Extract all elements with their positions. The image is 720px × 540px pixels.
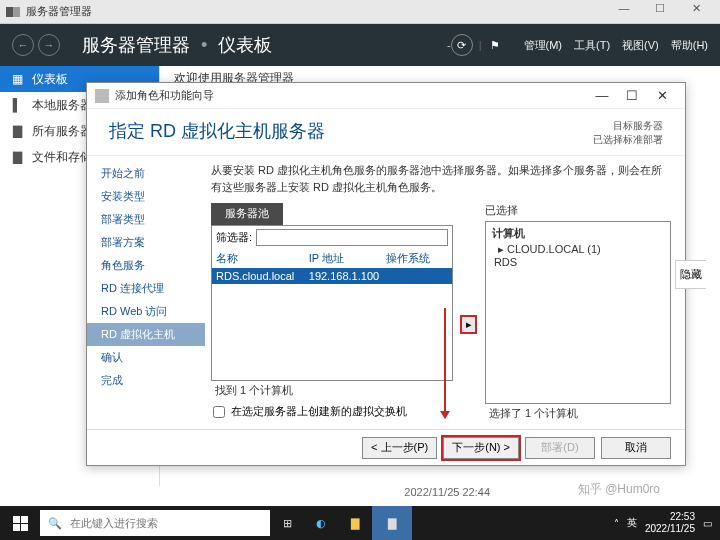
forward-button[interactable]: → [38, 34, 60, 56]
taskbar-search[interactable]: 🔍 在此键入进行搜索 [40, 510, 270, 536]
pool-tab[interactable]: 服务器池 [211, 203, 283, 225]
transfer-buttons: ▸ [459, 203, 479, 423]
annotation-arrow [444, 308, 446, 418]
maximize-button[interactable]: ☐ [642, 2, 678, 22]
wizard-minimize[interactable]: — [587, 88, 617, 103]
wizard-close[interactable]: ✕ [647, 88, 677, 103]
wizard-head: 指定 RD 虚拟化主机服务器 目标服务器 已选择标准部署 [87, 109, 685, 156]
cancel-button[interactable]: 取消 [601, 437, 671, 459]
app-titlebar: 服务器管理器 — ☐ ✕ [0, 0, 720, 24]
wizard-title-text: 添加角色和功能向导 [115, 88, 587, 103]
crumb-current[interactable]: 仪表板 [218, 35, 272, 55]
step-install-type[interactable]: 安装类型 [87, 185, 205, 208]
tray-up-icon[interactable]: ˄ [614, 518, 619, 529]
wizard-maximize[interactable]: ☐ [617, 88, 647, 103]
col-os[interactable]: 操作系统 [386, 251, 448, 266]
selected-label: 已选择 [485, 203, 671, 218]
tray: ˄ 英 22:53 2022/11/25 ▭ [614, 511, 720, 535]
flag-icon[interactable]: ⚑ [490, 36, 504, 54]
start-button[interactable] [0, 516, 40, 531]
pool-box: 筛选器: 名称 IP 地址 操作系统 RDS.cloud.local 192.1… [211, 225, 453, 381]
sidebar-label: 所有服务器 [32, 123, 92, 140]
wizard-steps: 开始之前 安装类型 部署类型 部署方案 角色服务 RD 连接代理 RD Web … [87, 156, 205, 429]
step-before[interactable]: 开始之前 [87, 162, 205, 185]
selected-count: 选择了 1 个计算机 [485, 404, 671, 423]
wizard-body: 开始之前 安装类型 部署类型 部署方案 角色服务 RD 连接代理 RD Web … [87, 156, 685, 429]
task-view-icon[interactable]: ⊞ [270, 506, 304, 540]
selected-item[interactable]: RDS [494, 256, 664, 268]
menu-manage[interactable]: 管理(M) [524, 38, 563, 53]
clock-time: 22:53 [645, 511, 695, 523]
app-icon [6, 7, 20, 17]
wizard-desc: 从要安装 RD 虚拟化主机角色服务的服务器池中选择服务器。如果选择多个服务器，则… [211, 162, 671, 195]
windows-icon [13, 516, 28, 531]
cell-os [386, 270, 448, 282]
clock[interactable]: 22:53 2022/11/25 [645, 511, 695, 535]
search-icon: 🔍 [48, 517, 62, 530]
wizard-titlebar: 添加角色和功能向导 — ☐ ✕ [87, 83, 685, 109]
wizard-dialog: 添加角色和功能向导 — ☐ ✕ 指定 RD 虚拟化主机服务器 目标服务器 已选择… [86, 82, 686, 466]
notifications-icon[interactable]: ▭ [703, 518, 712, 529]
sidebar-label: 本地服务器 [32, 97, 92, 114]
next-button[interactable]: 下一步(N) > [443, 437, 519, 459]
col-ip[interactable]: IP 地址 [309, 251, 386, 266]
step-deploy-plan[interactable]: 部署方案 [87, 231, 205, 254]
server-icon: ▌ [10, 98, 24, 112]
server-pool: 服务器池 筛选器: 名称 IP 地址 操作系统 RDS.cloud.local [211, 203, 453, 423]
pools-area: 服务器池 筛选器: 名称 IP 地址 操作系统 RDS.cloud.local [211, 203, 671, 423]
crumb-sep: • [201, 35, 207, 55]
step-role-svc[interactable]: 角色服务 [87, 254, 205, 277]
close-button[interactable]: ✕ [678, 2, 714, 22]
crumb-root[interactable]: 服务器管理器 [82, 35, 190, 55]
add-arrow-button[interactable]: ▸ [460, 315, 477, 334]
sidebar-label: 仪表板 [32, 71, 68, 88]
deploy-button: 部署(D) [525, 437, 595, 459]
wizard-heading: 指定 RD 虚拟化主机服务器 [109, 119, 593, 143]
selected-box: 计算机 ▸ CLOUD.LOCAL (1) RDS [485, 221, 671, 404]
menu-help[interactable]: 帮助(H) [671, 38, 708, 53]
edge-icon[interactable]: ◐ [304, 506, 338, 540]
vswitch-checkbox[interactable] [213, 406, 225, 418]
server-manager-icon[interactable]: ▇ [372, 506, 412, 540]
meta-deploy: 已选择标准部署 [593, 133, 663, 147]
selected-pane: 已选择 计算机 ▸ CLOUD.LOCAL (1) RDS 选择了 1 个计算机 [485, 203, 671, 423]
ime-icon[interactable]: 英 [627, 516, 637, 530]
minimize-button[interactable]: — [606, 2, 642, 22]
toolbar-header: ← → 服务器管理器 • 仪表板 - ⟳ | ⚑ 管理(M) 工具(T) 视图(… [0, 24, 720, 66]
step-rd-web[interactable]: RD Web 访问 [87, 300, 205, 323]
explorer-icon[interactable]: ▇ [338, 506, 372, 540]
step-deploy-type[interactable]: 部署类型 [87, 208, 205, 231]
selected-group[interactable]: ▸ CLOUD.LOCAL (1) [498, 243, 664, 256]
prev-button[interactable]: < 上一步(P) [362, 437, 437, 459]
pool-found: 找到 1 个计算机 [211, 381, 453, 400]
menu-view[interactable]: 视图(V) [622, 38, 659, 53]
back-button[interactable]: ← [12, 34, 34, 56]
wizard-icon [95, 89, 109, 103]
meta-target: 目标服务器 [593, 119, 663, 133]
vswitch-label: 在选定服务器上创建新的虚拟交换机 [231, 404, 407, 419]
step-confirm[interactable]: 确认 [87, 346, 205, 369]
step-rd-virt[interactable]: RD 虚拟化主机 [87, 323, 205, 346]
refresh-button[interactable]: ⟳ [451, 34, 473, 56]
col-name[interactable]: 名称 [216, 251, 309, 266]
cell-name: RDS.cloud.local [216, 270, 309, 282]
vswitch-row: 在选定服务器上创建新的虚拟交换机 [211, 400, 453, 423]
selected-header: 计算机 [492, 226, 664, 241]
dashboard-icon: ▦ [10, 72, 24, 86]
wizard-meta: 目标服务器 已选择标准部署 [593, 119, 663, 147]
breadcrumb: 服务器管理器 • 仪表板 [82, 33, 272, 57]
filter-row: 筛选器: [212, 226, 452, 249]
pool-space [212, 284, 452, 380]
wizard-footer: < 上一步(P) 下一步(N) > 部署(D) 取消 [87, 429, 685, 465]
col-headers: 名称 IP 地址 操作系统 [212, 249, 452, 268]
servers-icon: ▇ [10, 124, 24, 138]
step-done[interactable]: 完成 [87, 369, 205, 392]
menu-tools[interactable]: 工具(T) [574, 38, 610, 53]
server-row[interactable]: RDS.cloud.local 192.168.1.100 [212, 268, 452, 284]
storage-icon: ▇ [10, 150, 24, 164]
filter-input[interactable] [256, 229, 448, 246]
app-title: 服务器管理器 [26, 4, 606, 19]
step-rd-broker[interactable]: RD 连接代理 [87, 277, 205, 300]
hide-button[interactable]: 隐藏 [675, 260, 706, 289]
taskbar: 🔍 在此键入进行搜索 ⊞ ◐ ▇ ▇ ˄ 英 22:53 2022/11/25 … [0, 506, 720, 540]
